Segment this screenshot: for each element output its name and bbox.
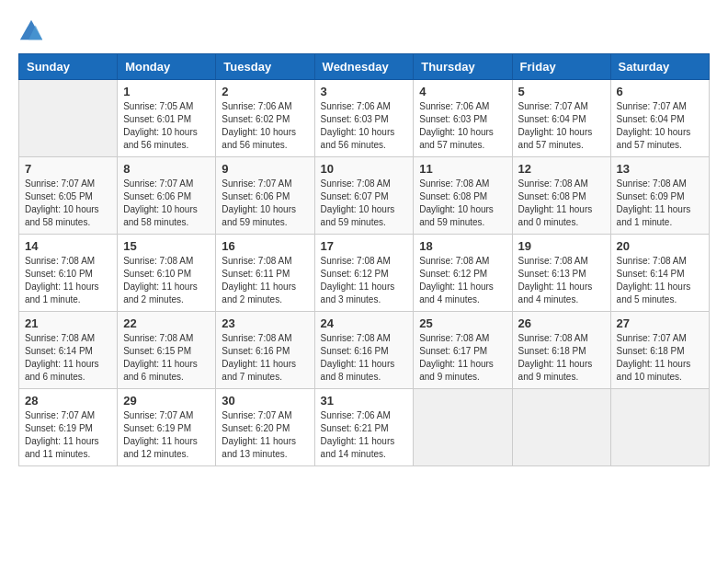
calendar-cell: 8Sunrise: 7:07 AM Sunset: 6:06 PM Daylig…	[118, 157, 216, 235]
day-info: Sunrise: 7:07 AM Sunset: 6:20 PM Dayligh…	[222, 409, 308, 461]
day-number: 9	[222, 162, 308, 176]
day-info: Sunrise: 7:07 AM Sunset: 6:04 PM Dayligh…	[617, 100, 703, 152]
day-info: Sunrise: 7:08 AM Sunset: 6:10 PM Dayligh…	[25, 255, 111, 306]
day-number: 10	[321, 162, 408, 176]
day-info: Sunrise: 7:08 AM Sunset: 6:09 PM Dayligh…	[617, 178, 703, 229]
calendar-cell	[610, 389, 709, 466]
day-info: Sunrise: 7:08 AM Sunset: 6:08 PM Dayligh…	[518, 178, 605, 229]
calendar-cell: 15Sunrise: 7:08 AM Sunset: 6:10 PM Dayli…	[118, 235, 216, 312]
day-number: 5	[518, 85, 605, 98]
day-info: Sunrise: 7:07 AM Sunset: 6:18 PM Dayligh…	[617, 332, 703, 384]
day-info: Sunrise: 7:08 AM Sunset: 6:08 PM Dayligh…	[419, 178, 506, 229]
weekday-header: Monday	[118, 54, 216, 80]
day-number: 21	[25, 316, 111, 330]
calendar-cell: 17Sunrise: 7:08 AM Sunset: 6:12 PM Dayli…	[314, 235, 414, 312]
calendar-week-row: 1Sunrise: 7:05 AM Sunset: 6:01 PM Daylig…	[19, 80, 710, 157]
calendar-cell: 26Sunrise: 7:08 AM Sunset: 6:18 PM Dayli…	[512, 312, 610, 389]
day-info: Sunrise: 7:08 AM Sunset: 6:11 PM Dayligh…	[222, 255, 308, 306]
day-number: 15	[123, 239, 210, 253]
day-info: Sunrise: 7:08 AM Sunset: 6:14 PM Dayligh…	[25, 332, 111, 384]
calendar-cell: 20Sunrise: 7:08 AM Sunset: 6:14 PM Dayli…	[610, 235, 709, 312]
day-number: 4	[419, 85, 506, 98]
calendar-cell: 4Sunrise: 7:06 AM Sunset: 6:03 PM Daylig…	[414, 80, 512, 157]
weekday-header: Sunday	[19, 54, 118, 80]
day-info: Sunrise: 7:05 AM Sunset: 6:01 PM Dayligh…	[123, 100, 210, 152]
calendar-cell: 29Sunrise: 7:07 AM Sunset: 6:19 PM Dayli…	[118, 389, 216, 466]
day-number: 17	[321, 239, 408, 253]
day-number: 27	[617, 316, 703, 330]
day-info: Sunrise: 7:07 AM Sunset: 6:04 PM Dayligh…	[518, 100, 605, 152]
calendar-cell: 28Sunrise: 7:07 AM Sunset: 6:19 PM Dayli…	[19, 389, 118, 466]
weekday-header: Thursday	[414, 54, 512, 80]
calendar-cell: 24Sunrise: 7:08 AM Sunset: 6:16 PM Dayli…	[314, 312, 414, 389]
day-info: Sunrise: 7:08 AM Sunset: 6:16 PM Dayligh…	[321, 332, 408, 384]
day-info: Sunrise: 7:08 AM Sunset: 6:13 PM Dayligh…	[518, 255, 605, 306]
day-number: 24	[321, 316, 408, 330]
calendar-cell: 12Sunrise: 7:08 AM Sunset: 6:08 PM Dayli…	[512, 157, 610, 235]
day-number: 3	[321, 85, 408, 98]
calendar-cell: 16Sunrise: 7:08 AM Sunset: 6:11 PM Dayli…	[216, 235, 314, 312]
calendar-table: SundayMondayTuesdayWednesdayThursdayFrid…	[18, 53, 710, 466]
day-info: Sunrise: 7:06 AM Sunset: 6:03 PM Dayligh…	[419, 100, 506, 152]
day-info: Sunrise: 7:08 AM Sunset: 6:12 PM Dayligh…	[419, 255, 506, 306]
day-number: 26	[518, 316, 605, 330]
calendar-cell	[19, 80, 118, 157]
calendar-week-row: 7Sunrise: 7:07 AM Sunset: 6:05 PM Daylig…	[19, 157, 710, 235]
weekday-header: Saturday	[610, 54, 709, 80]
day-info: Sunrise: 7:08 AM Sunset: 6:15 PM Dayligh…	[123, 332, 210, 384]
calendar-cell: 14Sunrise: 7:08 AM Sunset: 6:10 PM Dayli…	[19, 235, 118, 312]
day-number: 20	[617, 239, 703, 253]
day-number: 29	[123, 394, 210, 408]
day-number: 13	[617, 162, 703, 176]
day-number: 2	[222, 85, 308, 98]
calendar-week-row: 28Sunrise: 7:07 AM Sunset: 6:19 PM Dayli…	[19, 389, 710, 466]
day-number: 11	[419, 162, 506, 176]
weekday-header-row: SundayMondayTuesdayWednesdayThursdayFrid…	[19, 54, 710, 80]
page-header	[18, 18, 710, 44]
calendar-cell: 18Sunrise: 7:08 AM Sunset: 6:12 PM Dayli…	[414, 235, 512, 312]
calendar-cell: 3Sunrise: 7:06 AM Sunset: 6:03 PM Daylig…	[314, 80, 414, 157]
day-number: 8	[123, 162, 210, 176]
day-info: Sunrise: 7:07 AM Sunset: 6:19 PM Dayligh…	[123, 409, 210, 461]
day-info: Sunrise: 7:07 AM Sunset: 6:06 PM Dayligh…	[123, 178, 210, 229]
calendar-week-row: 21Sunrise: 7:08 AM Sunset: 6:14 PM Dayli…	[19, 312, 710, 389]
day-info: Sunrise: 7:07 AM Sunset: 6:05 PM Dayligh…	[25, 178, 111, 229]
calendar-cell: 7Sunrise: 7:07 AM Sunset: 6:05 PM Daylig…	[19, 157, 118, 235]
calendar-cell	[414, 389, 512, 466]
day-info: Sunrise: 7:07 AM Sunset: 6:06 PM Dayligh…	[222, 178, 308, 229]
day-number: 16	[222, 239, 308, 253]
calendar-cell: 27Sunrise: 7:07 AM Sunset: 6:18 PM Dayli…	[610, 312, 709, 389]
day-number: 31	[321, 394, 408, 408]
calendar-cell: 10Sunrise: 7:08 AM Sunset: 6:07 PM Dayli…	[314, 157, 414, 235]
day-number: 28	[25, 394, 111, 408]
day-number: 18	[419, 239, 506, 253]
calendar-cell: 21Sunrise: 7:08 AM Sunset: 6:14 PM Dayli…	[19, 312, 118, 389]
day-number: 1	[123, 85, 210, 98]
calendar-cell	[512, 389, 610, 466]
day-number: 7	[25, 162, 111, 176]
calendar-cell: 11Sunrise: 7:08 AM Sunset: 6:08 PM Dayli…	[414, 157, 512, 235]
calendar-cell: 9Sunrise: 7:07 AM Sunset: 6:06 PM Daylig…	[216, 157, 314, 235]
calendar-cell: 25Sunrise: 7:08 AM Sunset: 6:17 PM Dayli…	[414, 312, 512, 389]
logo	[18, 18, 48, 44]
day-info: Sunrise: 7:06 AM Sunset: 6:02 PM Dayligh…	[222, 100, 308, 152]
calendar-cell: 5Sunrise: 7:07 AM Sunset: 6:04 PM Daylig…	[512, 80, 610, 157]
day-number: 22	[123, 316, 210, 330]
weekday-header: Friday	[512, 54, 610, 80]
calendar-cell: 23Sunrise: 7:08 AM Sunset: 6:16 PM Dayli…	[216, 312, 314, 389]
day-number: 30	[222, 394, 308, 408]
day-info: Sunrise: 7:08 AM Sunset: 6:12 PM Dayligh…	[321, 255, 408, 306]
day-info: Sunrise: 7:08 AM Sunset: 6:16 PM Dayligh…	[222, 332, 308, 384]
calendar-cell: 6Sunrise: 7:07 AM Sunset: 6:04 PM Daylig…	[610, 80, 709, 157]
day-info: Sunrise: 7:08 AM Sunset: 6:10 PM Dayligh…	[123, 255, 210, 306]
day-number: 25	[419, 316, 506, 330]
day-number: 23	[222, 316, 308, 330]
day-number: 14	[25, 239, 111, 253]
day-info: Sunrise: 7:06 AM Sunset: 6:21 PM Dayligh…	[321, 409, 408, 461]
logo-icon	[18, 18, 44, 44]
day-number: 19	[518, 239, 605, 253]
day-info: Sunrise: 7:06 AM Sunset: 6:03 PM Dayligh…	[321, 100, 408, 152]
calendar-cell: 13Sunrise: 7:08 AM Sunset: 6:09 PM Dayli…	[610, 157, 709, 235]
calendar-cell: 1Sunrise: 7:05 AM Sunset: 6:01 PM Daylig…	[118, 80, 216, 157]
calendar-cell: 31Sunrise: 7:06 AM Sunset: 6:21 PM Dayli…	[314, 389, 414, 466]
